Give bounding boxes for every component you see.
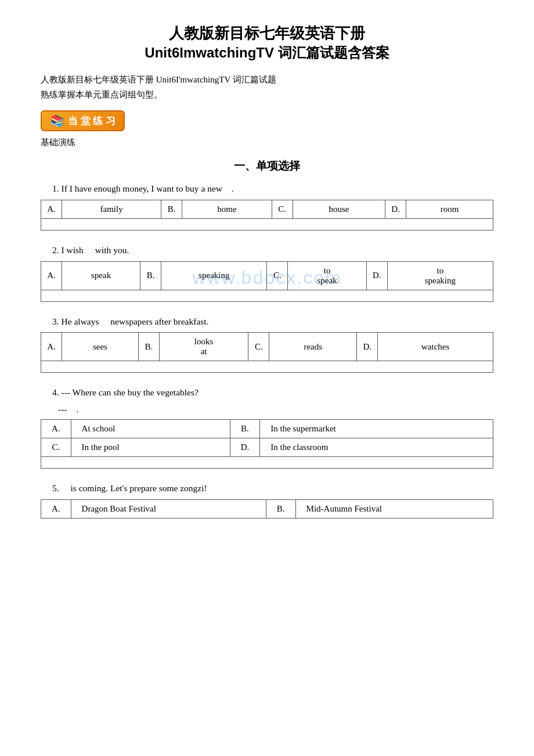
option-d-text: room bbox=[406, 200, 493, 218]
option-a-letter: A. bbox=[41, 200, 62, 218]
title-line1: 人教版新目标七年级英语下册 bbox=[41, 23, 493, 44]
option-d-letter: D. bbox=[230, 438, 260, 457]
option-b-text: speaking bbox=[161, 261, 267, 290]
question-3-table: A. sees B. looksat C. reads D. watches bbox=[41, 332, 493, 373]
question-4-text: 4. --- Where can she buy the vegetables? bbox=[52, 386, 493, 400]
question-4: 4. --- Where can she buy the vegetables?… bbox=[41, 386, 493, 469]
question-3: 3. He always newspapers after breakfast.… bbox=[41, 315, 493, 373]
table-row: A. Dragon Boat Festival B. Mid-Autumn Fe… bbox=[41, 499, 493, 518]
table-row: A. sees B. looksat C. reads D. watches bbox=[41, 333, 493, 361]
section-heading: 一、单项选择 bbox=[41, 159, 493, 174]
option-b-text: home bbox=[182, 200, 272, 218]
option-a-text: family bbox=[62, 200, 161, 218]
option-a-letter: A. bbox=[41, 420, 71, 438]
question-2-table: A. speak B. speaking C. tospeak D. tospe… bbox=[41, 261, 493, 302]
question-2-text: 2. I wish with you. bbox=[52, 243, 493, 258]
option-a-letter: A. bbox=[41, 499, 71, 518]
option-c-text: reads bbox=[269, 333, 357, 361]
table-row: A. At school B. In the supermarket bbox=[41, 420, 493, 438]
books-icon: 📚 bbox=[50, 114, 64, 128]
option-b-text: looksat bbox=[159, 333, 248, 361]
subtitle-line2: 熟练掌握本单元重点词组句型。 bbox=[41, 88, 493, 103]
option-c-letter: C. bbox=[272, 200, 293, 218]
question-2: 2. I wish with you. A. speak B. speaking… bbox=[41, 243, 493, 302]
option-a-text: sees bbox=[62, 333, 139, 361]
question-4-sub: --- . bbox=[58, 404, 493, 416]
option-a-text: At school bbox=[71, 420, 230, 438]
option-b-letter: B. bbox=[140, 261, 161, 290]
option-a-text: Dragon Boat Festival bbox=[71, 499, 266, 518]
table-row: A. speak B. speaking C. tospeak D. tospe… bbox=[41, 261, 493, 290]
page-title: 人教版新目标七年级英语下册 Unit6ImwatchingTV 词汇篇试题含答案 bbox=[41, 23, 493, 62]
question-1-table: A. family B. home C. house D. room bbox=[41, 200, 493, 231]
badge-label: 当 堂 练 习 bbox=[68, 114, 116, 128]
table-row: A. family B. home C. house D. room bbox=[41, 200, 493, 218]
answer-row bbox=[41, 361, 493, 373]
option-d-text: watches bbox=[378, 333, 493, 361]
option-d-text: In the classroom bbox=[260, 438, 493, 457]
question-5-text: 5. is coming. Let's prepare some zongzi! bbox=[52, 481, 493, 496]
option-d-text: tospeaking bbox=[387, 261, 493, 290]
option-a-letter: A. bbox=[41, 261, 62, 290]
option-c-letter: C. bbox=[41, 438, 71, 457]
option-b-letter: B. bbox=[138, 333, 159, 361]
section-label: 基础演练 bbox=[41, 137, 493, 148]
question-4-table: A. At school B. In the supermarket C. In… bbox=[41, 419, 493, 469]
question-3-text: 3. He always newspapers after breakfast. bbox=[52, 315, 493, 329]
answer-row bbox=[41, 218, 493, 230]
question-5: 5. is coming. Let's prepare some zongzi!… bbox=[41, 481, 493, 519]
option-b-letter: B. bbox=[161, 200, 182, 218]
option-a-text: speak bbox=[62, 261, 140, 290]
question-1-text: 1. If I have enough money, I want to buy… bbox=[52, 182, 493, 196]
option-c-letter: C. bbox=[267, 261, 288, 290]
option-c-text: tospeak bbox=[288, 261, 366, 290]
subtitle-line1: 人教版新目标七年级英语下册 Unit6I'mwatchingTV 词汇篇试题 bbox=[41, 73, 493, 88]
option-d-letter: D. bbox=[366, 261, 387, 290]
option-b-text: Mid-Autumn Festival bbox=[295, 499, 493, 518]
option-c-text: In the pool bbox=[71, 438, 230, 457]
option-b-letter: B. bbox=[230, 420, 260, 438]
option-d-letter: D. bbox=[357, 333, 378, 361]
option-c-letter: C. bbox=[248, 333, 269, 361]
title-line2: Unit6ImwatchingTV 词汇篇试题含答案 bbox=[41, 44, 493, 62]
option-b-text: In the supermarket bbox=[260, 420, 493, 438]
option-b-letter: B. bbox=[266, 499, 295, 518]
badge-container: 📚 当 堂 练 习 bbox=[41, 110, 493, 131]
practice-badge: 📚 当 堂 练 习 bbox=[41, 110, 125, 131]
option-c-text: house bbox=[293, 200, 385, 218]
answer-row bbox=[41, 290, 493, 301]
question-5-table: A. Dragon Boat Festival B. Mid-Autumn Fe… bbox=[41, 499, 493, 519]
answer-row bbox=[41, 457, 493, 469]
subtitle: 人教版新目标七年级英语下册 Unit6I'mwatchingTV 词汇篇试题 熟… bbox=[41, 73, 493, 102]
option-a-letter: A. bbox=[41, 333, 62, 361]
option-d-letter: D. bbox=[385, 200, 406, 218]
table-row: C. In the pool D. In the classroom bbox=[41, 438, 493, 457]
question-1: 1. If I have enough money, I want to buy… bbox=[41, 182, 493, 231]
